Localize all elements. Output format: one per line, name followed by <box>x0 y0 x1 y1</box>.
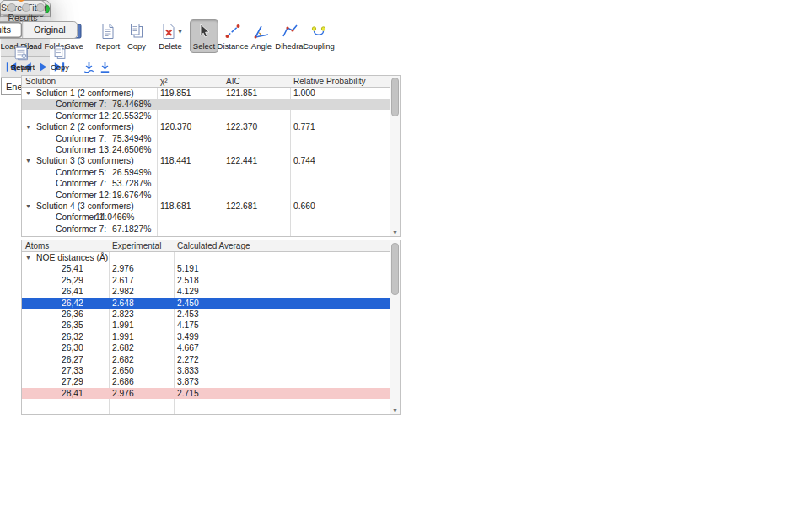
conformer-population: 20.5532% <box>112 110 151 121</box>
noe-distance-row[interactable]: 26,321.9913.499 <box>22 331 390 342</box>
distance-icon <box>223 22 242 40</box>
report-icon <box>99 22 117 40</box>
toolbar-button-angle[interactable]: Angle <box>247 19 276 53</box>
disclosure-triangle-icon[interactable]: ▼ <box>25 121 31 132</box>
noe-distance-row[interactable]: 25,412.9765.191 <box>22 263 390 274</box>
cell: 2.823 <box>112 309 134 320</box>
toolbar-button-copy[interactable]: Copy <box>122 19 151 53</box>
cell: 25,29 <box>62 275 83 286</box>
conformer-row[interactable]: Conformer 7:67.1827% <box>22 223 390 234</box>
vertical-scrollbar[interactable]: ▼ <box>390 76 400 236</box>
cell: 25,41 <box>62 263 83 274</box>
cell: 27,33 <box>62 365 83 376</box>
vertical-scrollbar[interactable]: ▼ <box>390 240 400 414</box>
select-icon <box>195 22 213 40</box>
column-header: Calculated Average <box>177 240 250 252</box>
conformer-row[interactable]: Conformer 7:75.3494% <box>22 133 390 144</box>
column-header: Atoms <box>25 240 49 252</box>
noe-distance-row[interactable]: 26,362.8232.453 <box>22 309 390 320</box>
cell: 4.175 <box>177 320 199 331</box>
toolbar-button-select[interactable]: Select <box>190 19 218 53</box>
scroll-down-arrow-icon[interactable]: ▼ <box>392 229 398 235</box>
conformer-row[interactable]: Conformer 5:26.5949% <box>22 167 390 178</box>
solution-row[interactable]: ▼Solution 1 (2 conformers)119.851121.851… <box>22 88 390 99</box>
cell: 2.453 <box>177 309 199 320</box>
cell: 119.851 <box>160 88 191 99</box>
toolbar-button-dihedral[interactable]: Dihedral <box>276 19 304 53</box>
conformer-label: Conformer 7: <box>56 99 106 110</box>
cell: Solution 4 (3 conformers) <box>36 201 134 212</box>
toolbar-button-label: Report <box>96 41 121 51</box>
cell: 0.771 <box>293 121 315 132</box>
conformer-row[interactable]: Conformer 7:79.4468% <box>22 99 390 110</box>
results-toolbar: Report Copy Setup <box>1 42 45 75</box>
conformer-row[interactable]: Conformer 12:20.5532% <box>22 110 390 121</box>
minimize-energy-button[interactable] <box>82 58 96 75</box>
cell: 2.450 <box>177 298 199 309</box>
column-header: Relative Probability <box>293 76 366 88</box>
disclosure-triangle-icon[interactable]: ▼ <box>25 88 31 99</box>
toolbar-button-report[interactable]: Report <box>94 19 122 53</box>
toolbar-button-delete[interactable]: ▾Delete <box>156 19 185 53</box>
minimize-button[interactable] <box>22 3 30 12</box>
disclosure-triangle-icon[interactable]: ▼ <box>25 252 31 263</box>
close-button[interactable] <box>8 3 16 12</box>
noe-distance-row[interactable]: 25,292.6172.518 <box>22 275 390 286</box>
cell: 26,32 <box>62 331 83 342</box>
toolbar-button-distance[interactable]: Distance <box>218 19 247 53</box>
conformer-population: 19.6764% <box>112 190 151 201</box>
angle-icon <box>252 22 271 40</box>
group-row[interactable]: ▼NOE distances (Å) <box>22 252 390 263</box>
cell: 2.518 <box>177 275 199 286</box>
scrollbar-thumb[interactable] <box>391 243 399 295</box>
solution-row[interactable]: ▼Solution 4 (3 conformers)118.681122.681… <box>22 201 390 212</box>
cell: 4.129 <box>177 286 199 297</box>
zoom-button[interactable] <box>36 3 45 12</box>
toolbar-button-label: Distance <box>218 41 249 51</box>
noe-distance-row[interactable]: 26,422.6482.450 <box>22 298 390 309</box>
conformer-row[interactable]: Conformer 7:53.7287% <box>22 178 390 189</box>
tab-original-input[interactable]: Original Input <box>22 22 77 38</box>
stereofitter-titlebar[interactable]: StereoFitter Results <box>1 1 45 15</box>
noe-distance-row[interactable]: 26,351.9914.175 <box>22 320 390 331</box>
copy-button[interactable]: Copy <box>45 45 75 72</box>
tab-results[interactable]: Results <box>0 22 22 38</box>
conformer-row[interactable]: Conformer 13:24.6506% <box>22 144 390 155</box>
noe-distance-row[interactable]: 26,302.6824.667 <box>22 342 390 353</box>
cell: 122.441 <box>226 155 257 166</box>
cell: 122.681 <box>226 201 257 212</box>
coupling-icon <box>309 22 328 40</box>
cell: Solution 3 (3 conformers) <box>36 155 134 166</box>
setup-button[interactable]: Setup <box>6 45 36 72</box>
conformer-row[interactable]: Conformer 1:14.0466% <box>22 212 390 223</box>
conformer-label: Conformer 12: <box>56 190 111 201</box>
noe-distance-row[interactable]: 26,272.6822.272 <box>22 354 390 365</box>
column-header: χ² <box>160 76 168 88</box>
toolbar-button-coupling[interactable]: Coupling <box>304 19 333 53</box>
solution-row[interactable]: ▼Solution 2 (2 conformers)120.370122.370… <box>22 121 390 132</box>
cell: 26,41 <box>62 286 83 297</box>
disclosure-triangle-icon[interactable]: ▼ <box>25 201 31 212</box>
cell: 2.976 <box>112 263 134 274</box>
dropdown-arrow-icon[interactable]: ▾ <box>179 28 182 35</box>
conformer-label: Conformer 13: <box>56 144 111 155</box>
cell: 121.851 <box>226 88 257 99</box>
noe-distance-row[interactable]: 28,412.9762.715 <box>22 388 390 399</box>
solutions-table-header: Solutionχ²AICRelative Probability <box>22 76 400 88</box>
scroll-down-arrow-icon[interactable]: ▼ <box>392 407 398 413</box>
conformer-population: 53.7287% <box>112 178 151 189</box>
noe-distance-row[interactable]: 27,332.6503.833 <box>22 365 390 376</box>
conformer-row[interactable]: Conformer 12:19.6764% <box>22 190 390 201</box>
delete-icon <box>159 22 178 40</box>
toolbar-button-label: Copy <box>127 41 146 51</box>
drop-to-floor-button[interactable] <box>98 58 112 75</box>
cell: 2.272 <box>177 354 199 365</box>
scrollbar-thumb[interactable] <box>391 78 399 116</box>
noe-distance-row[interactable]: 27,292.6863.873 <box>22 376 390 387</box>
noe-distance-row[interactable]: 26,412.9824.129 <box>22 286 390 297</box>
cell: 1.991 <box>112 331 134 342</box>
cell: 27,29 <box>62 376 83 387</box>
cell: 1.000 <box>293 88 315 99</box>
disclosure-triangle-icon[interactable]: ▼ <box>25 155 31 166</box>
solution-row[interactable]: ▼Solution 3 (3 conformers)118.441122.441… <box>22 155 390 166</box>
